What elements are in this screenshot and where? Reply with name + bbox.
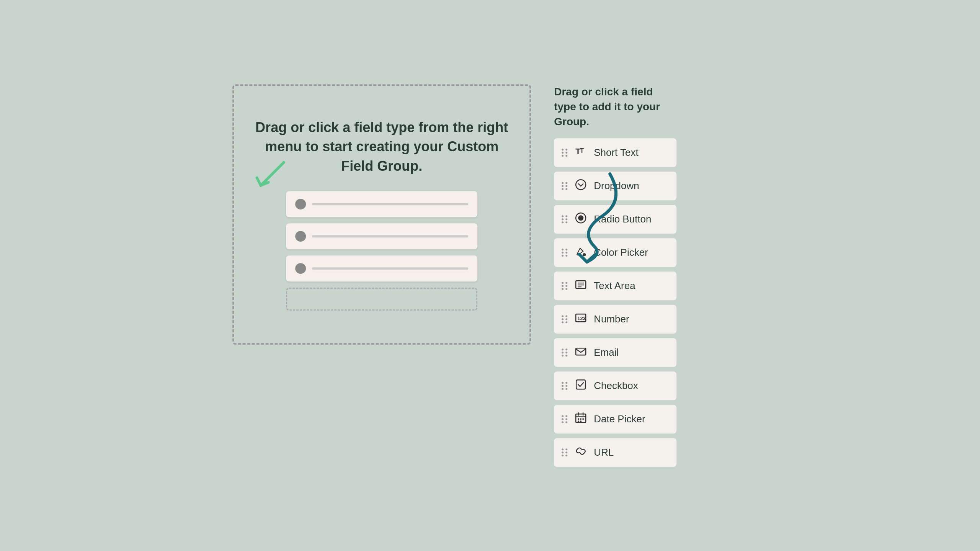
field-item <box>286 255 477 281</box>
svg-text:123: 123 <box>577 316 586 321</box>
email-label: Email <box>594 347 619 358</box>
drag-handle-email <box>562 348 568 356</box>
short-text-label: Short Text <box>594 147 639 159</box>
field-item-dot <box>295 263 306 274</box>
left-panel-instruction: Drag or click a field type from the righ… <box>249 118 514 176</box>
svg-text:T: T <box>580 147 584 154</box>
field-item-line <box>312 235 468 237</box>
field-item-dot <box>295 231 306 242</box>
teal-arrow-decoration <box>503 170 617 270</box>
field-type-text-area[interactable]: Text Area <box>554 271 676 300</box>
drag-handle-checkbox <box>562 382 568 390</box>
drag-handle-date <box>562 415 568 423</box>
checkbox-icon <box>574 378 588 393</box>
number-icon: 123 <box>574 312 588 327</box>
email-icon <box>574 345 588 360</box>
number-label: Number <box>594 313 629 325</box>
field-item-line <box>312 203 468 205</box>
drop-target-area[interactable] <box>286 288 477 311</box>
svg-point-21 <box>578 420 579 422</box>
field-item-line <box>312 267 468 270</box>
url-icon <box>574 445 588 460</box>
field-item <box>286 191 477 217</box>
short-text-icon: T T <box>574 145 588 160</box>
field-drop-zone[interactable]: Drag or click a field type from the righ… <box>232 84 531 345</box>
svg-point-22 <box>580 420 581 422</box>
field-type-url[interactable]: URL <box>554 438 676 467</box>
field-item <box>286 223 477 249</box>
date-picker-icon <box>574 412 588 427</box>
field-item-dot <box>295 199 306 209</box>
field-items-list <box>286 191 477 311</box>
drag-handle-url <box>562 448 568 456</box>
field-type-date-picker[interactable]: Date Picker <box>554 405 676 433</box>
svg-point-18 <box>578 418 579 420</box>
field-type-panel: Drag or click a field type to add it to … <box>554 84 676 467</box>
date-picker-label: Date Picker <box>594 413 645 425</box>
svg-point-19 <box>580 418 581 420</box>
svg-rect-12 <box>576 348 586 355</box>
field-type-checkbox[interactable]: Checkbox <box>554 371 676 400</box>
url-label: URL <box>594 446 614 458</box>
panel-instruction: Drag or click a field type to add it to … <box>554 84 676 129</box>
text-area-label: Text Area <box>594 280 635 292</box>
svg-rect-13 <box>576 380 585 389</box>
drag-handle-number <box>562 315 568 323</box>
field-type-short-text[interactable]: T T Short Text <box>554 138 676 167</box>
svg-point-20 <box>582 418 584 420</box>
text-area-icon <box>574 278 588 293</box>
drag-handle-textarea <box>562 282 568 290</box>
checkbox-label: Checkbox <box>594 380 638 392</box>
field-type-email[interactable]: Email <box>554 338 676 367</box>
drag-handle-short-text <box>562 149 568 157</box>
field-type-number[interactable]: 123 Number <box>554 305 676 334</box>
